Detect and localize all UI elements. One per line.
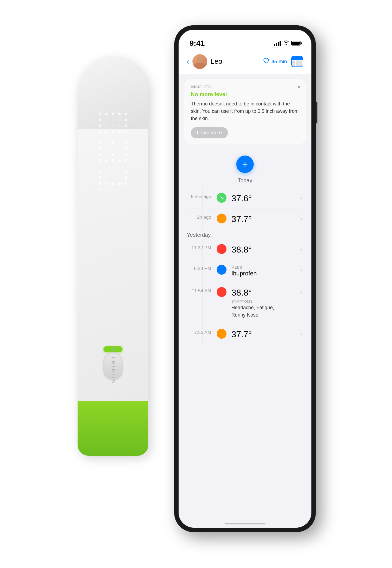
item-time: 11:54 AM [187,287,217,294]
signal-icon [274,41,281,46]
cal-cell [299,63,302,66]
item-temp: 37.6° [231,193,252,203]
item-temp: 38.8° [231,288,252,297]
led-dot [118,141,121,144]
close-button[interactable]: × [297,84,301,91]
cal-top [292,57,303,60]
led-dot [105,130,108,133]
led-dot [125,113,127,115]
led-dot [105,113,108,115]
back-button[interactable]: ‹ [187,57,189,66]
led-dot [99,153,101,156]
led-dot [99,147,101,150]
led-dot [118,113,121,115]
item-time: 5 min ago [187,193,217,199]
led-dot [105,170,108,173]
status-bar: 9:41 [179,30,311,51]
timeline-item[interactable]: 2h ago 37.7° › [187,209,303,229]
led-dot [112,170,114,173]
chevron-right-icon: › [300,193,302,202]
signal-bar-1 [274,44,275,46]
avatar-image [192,54,207,69]
item-time: 11:32 PM [187,244,217,251]
item-dot-orange [217,214,226,223]
thermo-led-display [88,113,137,211]
led-dot [105,147,108,150]
led-dot [118,176,121,179]
led-dot [118,130,121,133]
cal-cell [292,60,295,63]
chevron-right-icon: › [300,265,302,274]
brand-label: WITHINGS [110,347,116,384]
led-dot [112,141,114,144]
app-header: ‹ Leo 45 min [179,51,311,74]
cal-cell [296,63,299,66]
chevron-right-icon: › [300,244,302,253]
item-content: 37.7° [226,214,300,224]
phone-screen: 9:41 [179,30,311,528]
wifi-icon [283,40,289,46]
led-dot [99,182,101,185]
insights-card: INSIGHTS × No more fever Thermo doesn't … [184,79,306,144]
down-arrow-icon: ↘ [220,195,224,201]
led-dot [125,130,127,133]
status-time: 9:41 [189,39,205,48]
led-dot [125,124,127,127]
today-label: Today [179,177,311,184]
signal-bar-2 [276,43,277,46]
phone-frame: 9:41 [174,25,316,532]
item-content: 37.7° [226,329,300,339]
led-dot [105,124,108,127]
timeline-item[interactable]: 5 min ago ↘ 37.6° › [187,188,303,209]
led-dot [118,170,121,173]
led-dot [112,159,114,162]
timeline-item[interactable]: 7:36 AM 37.7° › [187,324,303,344]
timeline-item[interactable]: 6:28 PM MEDS Ibuprofen › [187,260,303,282]
insights-title: No more fever [191,91,299,98]
led-dot [118,124,121,127]
led-dot [112,182,114,185]
learn-more-button[interactable]: Learn more [191,127,228,138]
item-temp: 37.7° [231,329,252,339]
item-content: 38.8° [226,244,300,255]
led-dot [99,141,101,144]
item-dot-green: ↘ [217,193,226,203]
timeline-items: 5 min ago ↘ 37.6° › 2h ago [179,188,311,229]
led-dot [99,159,101,162]
led-dot [105,153,108,156]
led-dot [105,141,108,144]
led-dot [125,147,127,150]
battery-fill [292,42,300,45]
cal-cell [292,63,295,66]
add-measurement-button[interactable]: + [236,156,254,173]
led-dot [112,176,114,179]
chevron-right-icon: › [300,287,302,296]
led-dot [125,153,127,156]
led-dot [118,182,121,185]
led-dot [112,119,114,121]
signal-bar-4 [280,41,281,46]
item-dot-blue [217,265,226,275]
item-time: 7:36 AM [187,329,217,335]
user-name: Leo [210,57,222,66]
timeline-item[interactable]: 11:32 PM 38.8° › [187,239,303,260]
cal-cell [296,60,299,63]
chevron-right-icon: › [300,214,302,222]
item-time: 2h ago [187,214,217,220]
thermo-base [78,401,148,456]
led-dot [99,119,101,121]
led-dot [118,119,121,121]
led-dot [105,176,108,179]
led-dot [125,141,127,144]
timeline-item[interactable]: 11:54 AM 38.8° SYMPTOMS Headache, Fatigu… [187,282,303,324]
calendar-icon[interactable] [291,56,303,67]
cal-grid [292,60,303,66]
timeline-section: + Today 5 min ago ↘ [179,149,311,353]
add-button-wrap: + [179,149,311,176]
led-dot [125,119,127,121]
led-dot [112,113,114,115]
led-dot [105,119,108,121]
timer-text: 45 min [271,59,287,65]
led-dot [118,159,121,162]
item-time: 6:28 PM [187,265,217,271]
